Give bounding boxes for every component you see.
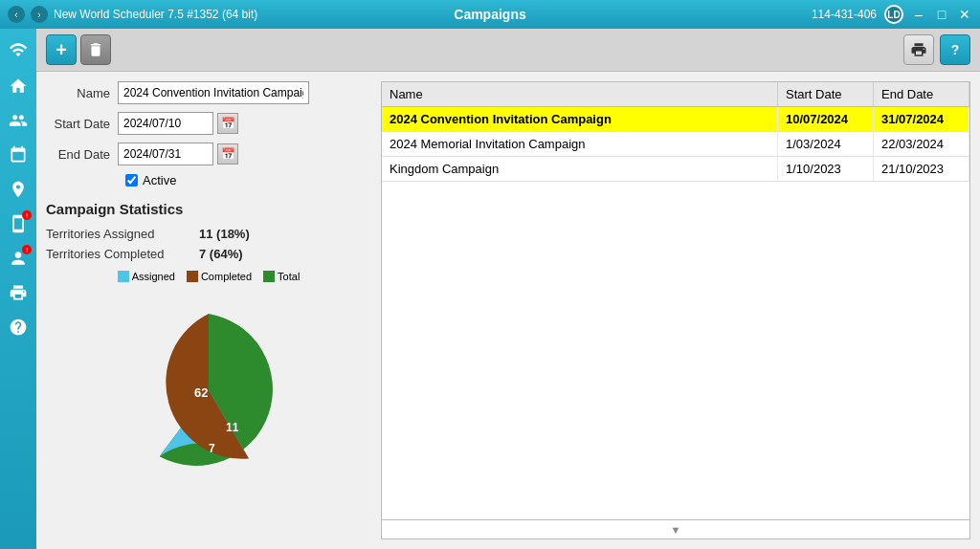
table-header: Name Start Date End Date xyxy=(382,82,969,107)
row-end-date: 31/07/2024 xyxy=(874,107,969,131)
table-footer: ▼ xyxy=(382,519,969,538)
total-label: Total xyxy=(278,271,300,282)
back-button[interactable]: ‹ xyxy=(8,6,25,23)
title-bar-right: 114-431-406 LD – □ ✕ xyxy=(812,5,972,24)
table-body: 2024 Convention Invitation Campaign 10/0… xyxy=(382,107,969,519)
close-button[interactable]: ✕ xyxy=(957,7,972,22)
toolbar-left: + xyxy=(46,34,111,65)
print-toolbar-button[interactable] xyxy=(903,34,934,65)
row-start-date: 1/03/2024 xyxy=(778,132,874,156)
mobile-icon[interactable]: ! xyxy=(3,209,33,239)
chart-legend: Assigned Completed Total xyxy=(118,271,301,282)
form-panel: Name Start Date 📅 End Date 📅 xyxy=(46,81,371,539)
content-area: + ? Name xyxy=(36,29,980,549)
toolbar: + ? xyxy=(36,29,980,72)
row-start-date: 1/10/2023 xyxy=(778,157,874,181)
mobile-badge: ! xyxy=(22,210,32,220)
territories-completed-value: 7 (64%) xyxy=(199,247,243,261)
delete-button[interactable] xyxy=(80,34,111,65)
forward-button[interactable]: › xyxy=(31,6,48,23)
assigned-label: Assigned xyxy=(132,271,175,282)
chart-total-label: 62 xyxy=(194,385,208,400)
territories-assigned-label: Territories Assigned xyxy=(46,227,199,241)
add-button[interactable]: + xyxy=(46,34,77,65)
start-date-input[interactable] xyxy=(118,112,213,135)
name-label: Name xyxy=(46,86,118,100)
end-date-input[interactable] xyxy=(118,143,213,165)
start-date-row: Start Date 📅 xyxy=(46,112,371,135)
legend-completed: Completed xyxy=(187,271,252,282)
active-label: Active xyxy=(143,173,176,187)
body-area: Name Start Date 📅 End Date 📅 xyxy=(36,72,980,549)
chart-assigned-label: 11 xyxy=(226,421,239,434)
chart-completed-label: 7 xyxy=(209,442,215,455)
active-checkbox[interactable] xyxy=(125,174,138,187)
completed-color xyxy=(187,271,198,282)
print-icon[interactable] xyxy=(3,277,33,308)
total-color xyxy=(263,271,275,282)
main-container: ! ! + ? xyxy=(0,29,980,549)
start-date-calendar-button[interactable]: 📅 xyxy=(217,113,238,134)
row-name: 2024 Memorial Invitation Campaign xyxy=(382,132,778,156)
pie-chart: 62 11 7 xyxy=(103,290,314,481)
campaigns-table: Name Start Date End Date 2024 Convention… xyxy=(381,81,970,539)
title-bar: ‹ › New World Scheduler 7.5 #1352 (64 bi… xyxy=(0,0,980,29)
footer-marker: ▼ xyxy=(671,524,681,536)
end-date-row: End Date 📅 xyxy=(46,143,371,165)
row-name: 2024 Convention Invitation Campaign xyxy=(382,107,778,131)
person-alert-badge: ! xyxy=(22,245,32,254)
help-icon[interactable] xyxy=(3,312,33,342)
statistics-section: Campaign Statistics Territories Assigned… xyxy=(46,201,371,261)
person-alert-icon[interactable]: ! xyxy=(3,243,33,274)
help-toolbar-button[interactable]: ? xyxy=(940,34,970,65)
legend-total: Total xyxy=(263,271,300,282)
table-row[interactable]: 2024 Convention Invitation Campaign 10/0… xyxy=(382,107,969,132)
row-name: Kingdom Campaign xyxy=(382,157,778,181)
end-date-calendar-button[interactable]: 📅 xyxy=(217,143,238,165)
header-end-date: End Date xyxy=(874,82,969,106)
row-end-date: 22/03/2024 xyxy=(874,132,969,156)
completed-label: Completed xyxy=(201,271,252,282)
home-icon[interactable] xyxy=(3,71,33,101)
territories-completed-row: Territories Completed 7 (64%) xyxy=(46,247,371,261)
table-row[interactable]: Kingdom Campaign 1/10/2023 21/10/2023 xyxy=(382,157,969,182)
territories-completed-label: Territories Completed xyxy=(46,247,199,261)
app-name: New World Scheduler 7.5 #1352 (64 bit) xyxy=(54,8,257,21)
people-icon[interactable] xyxy=(3,105,33,136)
territories-assigned-value: 11 (18%) xyxy=(199,227,250,241)
map-icon[interactable] xyxy=(3,174,33,205)
user-avatar[interactable]: LD xyxy=(884,5,903,24)
window-title: Campaigns xyxy=(454,7,525,22)
start-date-wrap: 📅 xyxy=(118,112,238,135)
table-row[interactable]: 2024 Memorial Invitation Campaign 1/03/2… xyxy=(382,132,969,157)
territories-assigned-row: Territories Assigned 11 (18%) xyxy=(46,227,371,241)
stats-title: Campaign Statistics xyxy=(46,201,371,217)
toolbar-right: ? xyxy=(903,34,970,65)
restore-button[interactable]: □ xyxy=(934,7,949,22)
header-name: Name xyxy=(382,82,778,106)
wifi-icon[interactable] xyxy=(3,36,33,67)
active-row: Active xyxy=(125,173,371,187)
end-date-wrap: 📅 xyxy=(118,143,238,165)
minimize-button[interactable]: – xyxy=(911,7,926,22)
chart-area: Assigned Completed Total xyxy=(46,271,371,481)
assigned-color xyxy=(118,271,129,282)
name-input[interactable] xyxy=(118,81,309,104)
sidebar: ! ! xyxy=(0,29,36,549)
account-number: 114-431-406 xyxy=(812,8,877,21)
header-start-date: Start Date xyxy=(778,82,874,106)
start-date-label: Start Date xyxy=(46,117,118,131)
row-end-date: 21/10/2023 xyxy=(874,157,969,181)
title-bar-left: ‹ › New World Scheduler 7.5 #1352 (64 bi… xyxy=(8,6,257,23)
end-date-label: End Date xyxy=(46,147,118,162)
row-start-date: 10/07/2024 xyxy=(778,107,874,131)
legend-assigned: Assigned xyxy=(118,271,175,282)
name-row: Name xyxy=(46,81,371,104)
calendar-icon[interactable] xyxy=(3,140,33,170)
